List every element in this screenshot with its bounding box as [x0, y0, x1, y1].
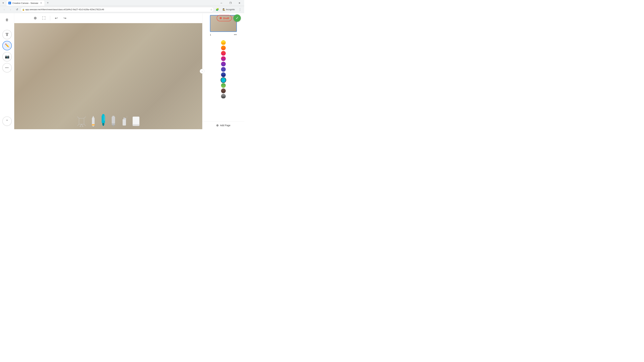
- app-layout: 🗑 T ✏️ 📷 ••• " ⊕ ⛶: [0, 13, 244, 129]
- select-tool-icon: [76, 115, 86, 127]
- svg-line-5: [84, 124, 86, 126]
- fullscreen-button[interactable]: ⛶: [40, 15, 47, 21]
- color-swatch-pink[interactable]: [221, 56, 226, 61]
- toolbar-separator: [50, 16, 50, 20]
- svg-marker-1: [80, 124, 83, 127]
- minimize-button[interactable]: ─: [218, 0, 225, 6]
- eraser-tool[interactable]: [132, 115, 140, 127]
- bookmark-icon[interactable]: ☆: [210, 8, 212, 11]
- zoom-in-icon: ⊕: [34, 16, 37, 20]
- more-tools-button[interactable]: •••: [2, 63, 12, 72]
- color-swatch-cyan[interactable]: [220, 77, 226, 83]
- tab-favicon: S: [8, 2, 11, 4]
- new-tab-button[interactable]: +: [46, 1, 50, 5]
- tab-close-button[interactable]: ✕: [40, 1, 42, 4]
- extensions-button[interactable]: 🧩: [214, 7, 220, 12]
- color-swatch-orange[interactable]: [221, 45, 226, 50]
- text-tool-button[interactable]: T: [2, 30, 12, 39]
- color-swatch-darkblue[interactable]: [221, 72, 226, 77]
- submit-icon: ✓: [236, 16, 239, 20]
- pencil-tool-icon: [90, 115, 96, 127]
- add-page-icon: ⊕: [216, 123, 219, 127]
- maximize-button[interactable]: ❐: [226, 0, 234, 6]
- color-swatch-gray[interactable]: [221, 94, 226, 98]
- submit-button[interactable]: ✓: [234, 14, 241, 22]
- spray-tool[interactable]: [120, 115, 128, 127]
- svg-rect-0: [79, 118, 84, 124]
- page-info: 1 •••: [210, 33, 237, 36]
- top-toolbar: ⊕ ⛶ ↩ ↪ ⊗ Draft ✓: [28, 13, 244, 23]
- left-toolbar: 🗑 T ✏️ 📷 ••• ": [0, 13, 14, 129]
- reload-button[interactable]: ↺: [14, 7, 20, 12]
- lock-icon: 🔒: [22, 8, 25, 11]
- color-swatch-brown[interactable]: [221, 88, 226, 93]
- color-swatch-green[interactable]: [221, 83, 226, 88]
- page-number: 1: [210, 33, 211, 36]
- active-tab[interactable]: S Creative Canvas - Seesaw ✕: [6, 0, 45, 6]
- more-icon: •••: [5, 66, 9, 69]
- svg-rect-17: [112, 123, 115, 125]
- address-input[interactable]: [20, 7, 214, 12]
- incognito-icon: 🕵: [222, 8, 225, 11]
- pen-tool-button[interactable]: ✏️: [2, 41, 12, 50]
- forward-button[interactable]: ›: [8, 7, 14, 12]
- redo-button[interactable]: ↪: [62, 15, 68, 21]
- spray-tool-icon: [120, 115, 128, 127]
- back-button[interactable]: ‹: [1, 7, 7, 12]
- pen-icon: ✏️: [5, 43, 10, 48]
- svg-line-4: [77, 124, 79, 126]
- marker-tool[interactable]: [100, 115, 107, 127]
- svg-rect-7: [92, 118, 94, 124]
- draft-section: ⊗ Draft ✓: [217, 14, 241, 22]
- svg-marker-18: [112, 125, 114, 126]
- pencil-tool[interactable]: [90, 115, 96, 127]
- panel-toggle-button[interactable]: ›: [200, 69, 204, 73]
- browser-menu-button[interactable]: ⋮: [237, 7, 243, 12]
- drawing-tools-panel: [14, 112, 202, 129]
- pen-tool-icon: [110, 115, 117, 127]
- svg-marker-9: [92, 125, 94, 127]
- page-options-button[interactable]: •••: [234, 33, 237, 36]
- svg-line-2: [77, 117, 79, 118]
- marker-tool-icon: [100, 115, 107, 127]
- pen-tool[interactable]: [110, 115, 117, 127]
- zoom-in-button[interactable]: ⊕: [32, 15, 38, 21]
- svg-point-24: [126, 116, 127, 116]
- incognito-label: Incognito: [226, 8, 235, 11]
- add-page-label: Add Page: [220, 124, 230, 127]
- svg-marker-6: [92, 116, 94, 118]
- svg-rect-16: [112, 117, 115, 123]
- undo-button[interactable]: ↩: [53, 15, 60, 21]
- fullscreen-icon: ⛶: [42, 16, 46, 20]
- svg-rect-15: [112, 116, 114, 117]
- svg-point-25: [127, 116, 128, 117]
- svg-rect-14: [104, 116, 104, 121]
- delete-button[interactable]: 🗑: [4, 16, 10, 23]
- eraser-tool-icon: [132, 115, 140, 127]
- color-swatch-yellow[interactable]: [221, 40, 226, 45]
- select-tool[interactable]: [76, 115, 86, 127]
- svg-marker-13: [102, 125, 104, 126]
- close-button[interactable]: ✕: [236, 0, 243, 6]
- svg-point-23: [127, 117, 127, 118]
- color-swatch-purple[interactable]: [221, 62, 226, 66]
- tab-title: Creative Canvas - Seesaw: [12, 2, 38, 4]
- add-page-button[interactable]: ⊕ Add Page: [202, 121, 244, 129]
- camera-tool-button[interactable]: 📷: [2, 52, 12, 61]
- svg-rect-28: [133, 124, 139, 126]
- quote-button[interactable]: ": [2, 116, 12, 126]
- quote-icon: ": [6, 119, 8, 123]
- color-palette: [202, 38, 244, 121]
- redo-icon: ↪: [64, 16, 66, 20]
- svg-line-3: [84, 117, 86, 118]
- undo-icon: ↩: [55, 16, 58, 20]
- incognito-badge: 🕵 Incognito: [221, 7, 236, 11]
- svg-point-22: [126, 116, 126, 117]
- address-bar-row: ‹ › ↺ 🔒 ☆ 🧩 🕵 Incognito ⋮: [0, 6, 244, 13]
- svg-point-26: [128, 116, 128, 116]
- color-swatch-darkpurple[interactable]: [221, 67, 226, 72]
- color-swatch-red[interactable]: [221, 51, 226, 56]
- tab-switcher-button[interactable]: ▼: [1, 1, 6, 5]
- svg-rect-12: [102, 123, 104, 125]
- draft-button[interactable]: ⊗ Draft: [217, 15, 232, 21]
